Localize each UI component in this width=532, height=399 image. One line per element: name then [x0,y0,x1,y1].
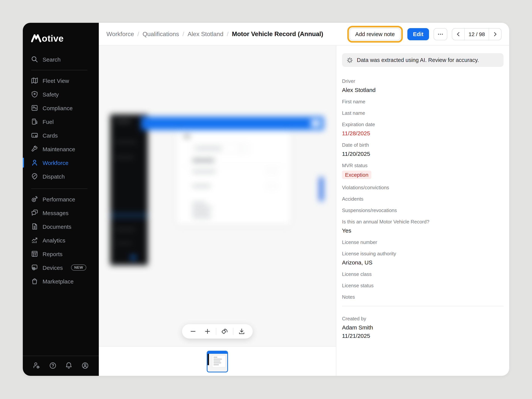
content-row: Data was extracted using AI. Review for … [99,46,509,376]
shopping-bag-icon [31,278,38,285]
rotate-button[interactable] [217,324,232,339]
sidebar-item-reports[interactable]: Reports [23,247,99,261]
field-label: Is this an annual Motor Vehicle Record? [342,219,504,225]
fuel-pump-icon [31,118,38,125]
wrench-icon [31,146,38,152]
field-label: Notes [342,294,504,300]
document-viewer[interactable] [99,46,336,376]
field-label: License number [342,240,504,245]
sidebar-item-maintenance[interactable]: Maintenance [23,142,99,156]
sidebar-item-safety[interactable]: Safety [23,87,99,101]
sidebar-spacer [23,288,99,356]
sidebar-item-analytics[interactable]: Analytics [23,233,99,247]
created-date: 11/21/2025 [342,332,504,339]
breadcrumb: Workforce / Qualifications / Alex Stotla… [106,30,323,38]
sidebar-search[interactable]: Search [23,52,99,66]
field-license-status: License status [342,283,504,288]
admin-user-gear-icon[interactable] [33,362,40,369]
map-icon [31,77,38,84]
topbar: Workforce / Qualifications / Alex Stotla… [99,23,509,46]
main-area: Workforce / Qualifications / Alex Stotla… [99,23,509,376]
sidebar-item-label: Devices [43,264,63,271]
dispatch-pin-icon [31,173,38,180]
shield-icon [31,91,38,98]
sidebar-search-label: Search [43,56,61,63]
sidebar-item-label: Performance [43,196,75,202]
toolbar-separator [216,328,216,335]
breadcrumb-driver[interactable]: Alex Stotland [188,31,223,38]
created-by-block: Created by Adam Smith 11/21/2025 [342,316,504,339]
sidebar-item-compliance[interactable]: Compliance [23,101,99,115]
edit-button[interactable]: Edit [407,28,429,40]
sidebar-item-performance[interactable]: Performance [23,192,99,206]
field-label: License status [342,283,504,288]
ai-banner: Data was extracted using AI. Review for … [342,53,504,67]
field-label: Expiration date [342,122,504,127]
sidebar-item-marketplace[interactable]: Marketplace [23,274,99,288]
plus-icon [204,328,211,335]
previous-page-button[interactable] [452,28,464,40]
field-value: Alex Stotland [342,87,504,93]
sidebar-item-label: Marketplace [43,278,74,285]
person-icon [31,159,38,166]
sidebar-bottom-bar [23,356,99,376]
zoom-out-button[interactable] [186,324,200,339]
download-button[interactable] [234,324,249,339]
field-last-name: Last name [342,111,504,116]
sidebar-item-label: Fuel [43,118,54,125]
sidebar-item-label: Workforce [43,159,68,166]
sidebar-item-label: Documents [43,223,71,230]
screen: otive Search Fleet [0,0,532,399]
ai-sparkle-icon [347,57,353,63]
field-value: 11/20/2025 [342,151,504,157]
sidebar-item-fleet-view[interactable]: Fleet View [23,74,99,87]
field-label: Driver [342,79,504,84]
created-by-label: Created by [342,316,504,322]
sidebar-item-messages[interactable]: Messages [23,206,99,220]
analytics-chart-icon [31,237,38,244]
page-thumbnail[interactable] [207,351,228,372]
account-icon[interactable] [81,362,89,369]
breadcrumb-workforce[interactable]: Workforce [106,31,134,38]
sidebar-item-workforce[interactable]: Workforce [23,156,99,170]
next-page-button[interactable] [489,28,501,40]
rotate-icon [221,328,228,335]
zoom-in-button[interactable] [200,324,215,339]
sidebar-item-devices[interactable]: Devices NEW [23,261,99,274]
notifications-bell-icon[interactable] [65,362,73,369]
help-icon[interactable] [49,362,57,369]
breadcrumb-separator: / [227,31,228,38]
report-icon [31,250,38,257]
sidebar-item-cards[interactable]: Cards [23,128,99,142]
blurred-doc-header-bar [141,117,324,130]
svg-text:otive: otive [42,33,64,43]
details-panel: Data was extracted using AI. Review for … [336,46,509,376]
sidebar-divider [31,70,87,70]
sidebar-item-label: Analytics [43,237,65,243]
field-label: License class [342,272,504,277]
active-indicator [23,158,24,168]
blurred-doc-blue-dot [131,256,136,259]
sidebar-item-documents[interactable]: Documents [23,220,99,233]
page-title: Motor Vehicle Record (Annual) [232,30,323,38]
more-actions-button[interactable] [434,28,447,40]
sidebar-item-label: Fleet View [43,77,69,84]
field-violations: Violations/convictions [342,185,504,190]
minus-icon [190,328,196,335]
app-window: otive Search Fleet [23,23,509,376]
sidebar-item-fuel[interactable]: Fuel [23,115,99,128]
field-first-name: First name [342,99,504,104]
field-accidents: Accidents [342,196,504,202]
pager-count: 12 / 98 [464,28,489,40]
panel-divider [342,306,504,306]
sidebar-item-label: Messages [43,209,69,216]
add-review-note-button[interactable]: Add review note [350,28,400,40]
sidebar-item-label: Dispatch [43,173,65,180]
sidebar-item-dispatch[interactable]: Dispatch [23,170,99,183]
field-license-class: License class [342,272,504,277]
created-by-name: Adam Smith [342,324,504,331]
field-license-number: License number [342,240,504,245]
breadcrumb-qualifications[interactable]: Qualifications [142,31,179,38]
field-annual-mvr: Is this an annual Motor Vehicle Record? … [342,219,504,234]
sidebar-item-label: Reports [43,251,63,257]
